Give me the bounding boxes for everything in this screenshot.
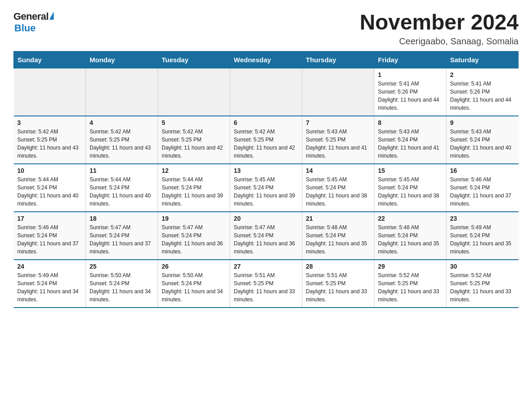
calendar-week-row: 10Sunrise: 5:44 AMSunset: 5:24 PMDayligh… — [14, 164, 519, 212]
location-text: Ceerigaabo, Sanaag, Somalia — [360, 36, 519, 47]
calendar-cell: 11Sunrise: 5:44 AMSunset: 5:24 PMDayligh… — [86, 164, 158, 212]
logo: General Blue — [13, 11, 54, 34]
day-number: 23 — [450, 215, 515, 222]
day-info: Sunrise: 5:51 AMSunset: 5:25 PMDaylight:… — [234, 271, 298, 304]
day-number: 14 — [306, 167, 370, 174]
calendar-cell: 27Sunrise: 5:51 AMSunset: 5:25 PMDayligh… — [230, 260, 302, 308]
calendar-week-row: 17Sunrise: 5:46 AMSunset: 5:24 PMDayligh… — [14, 212, 519, 260]
day-info: Sunrise: 5:49 AMSunset: 5:24 PMDaylight:… — [450, 223, 515, 256]
calendar-cell: 4Sunrise: 5:42 AMSunset: 5:25 PMDaylight… — [86, 116, 158, 164]
day-info: Sunrise: 5:48 AMSunset: 5:24 PMDaylight:… — [378, 223, 442, 256]
calendar-cell: 18Sunrise: 5:47 AMSunset: 5:24 PMDayligh… — [86, 212, 158, 260]
day-info: Sunrise: 5:44 AMSunset: 5:24 PMDaylight:… — [17, 176, 82, 208]
day-number: 19 — [162, 215, 226, 222]
day-number: 17 — [17, 215, 82, 222]
calendar-cell: 10Sunrise: 5:44 AMSunset: 5:24 PMDayligh… — [14, 164, 86, 212]
day-number: 11 — [90, 167, 154, 174]
day-number: 22 — [378, 215, 442, 222]
calendar-cell — [158, 68, 230, 116]
month-title: November 2024 — [360, 11, 519, 34]
day-info: Sunrise: 5:50 AMSunset: 5:24 PMDaylight:… — [90, 271, 154, 304]
calendar-cell: 17Sunrise: 5:46 AMSunset: 5:24 PMDayligh… — [14, 212, 86, 260]
day-info: Sunrise: 5:47 AMSunset: 5:24 PMDaylight:… — [234, 223, 298, 256]
calendar-cell — [302, 68, 374, 116]
calendar-week-row: 1Sunrise: 5:41 AMSunset: 5:26 PMDaylight… — [14, 68, 519, 116]
calendar-cell: 14Sunrise: 5:45 AMSunset: 5:24 PMDayligh… — [302, 164, 374, 212]
day-number: 4 — [90, 119, 154, 126]
calendar-cell: 30Sunrise: 5:52 AMSunset: 5:25 PMDayligh… — [446, 260, 519, 308]
day-number: 26 — [162, 263, 226, 270]
day-info: Sunrise: 5:52 AMSunset: 5:25 PMDaylight:… — [450, 271, 515, 304]
calendar-cell: 24Sunrise: 5:49 AMSunset: 5:24 PMDayligh… — [14, 260, 86, 308]
calendar-week-row: 3Sunrise: 5:42 AMSunset: 5:25 PMDaylight… — [14, 116, 519, 164]
day-number: 5 — [162, 119, 226, 126]
calendar-cell: 20Sunrise: 5:47 AMSunset: 5:24 PMDayligh… — [230, 212, 302, 260]
calendar-cell: 6Sunrise: 5:42 AMSunset: 5:25 PMDaylight… — [230, 116, 302, 164]
day-info: Sunrise: 5:41 AMSunset: 5:26 PMDaylight:… — [450, 80, 515, 112]
day-info: Sunrise: 5:43 AMSunset: 5:24 PMDaylight:… — [450, 128, 515, 160]
day-info: Sunrise: 5:50 AMSunset: 5:24 PMDaylight:… — [162, 271, 226, 304]
day-info: Sunrise: 5:42 AMSunset: 5:25 PMDaylight:… — [17, 128, 82, 160]
logo-blue-text: Blue — [14, 22, 36, 34]
day-of-week-header: Saturday — [446, 51, 519, 68]
calendar-cell: 12Sunrise: 5:44 AMSunset: 5:24 PMDayligh… — [158, 164, 230, 212]
title-block: November 2024 Ceerigaabo, Sanaag, Somali… — [360, 11, 519, 47]
day-number: 21 — [306, 215, 370, 222]
calendar-cell: 23Sunrise: 5:49 AMSunset: 5:24 PMDayligh… — [446, 212, 519, 260]
calendar-cell: 25Sunrise: 5:50 AMSunset: 5:24 PMDayligh… — [86, 260, 158, 308]
calendar-cell: 16Sunrise: 5:46 AMSunset: 5:24 PMDayligh… — [446, 164, 519, 212]
calendar-cell: 1Sunrise: 5:41 AMSunset: 5:26 PMDaylight… — [374, 68, 446, 116]
page-header: General Blue November 2024 Ceerigaabo, S… — [13, 11, 519, 47]
day-number: 27 — [234, 263, 298, 270]
calendar-cell: 3Sunrise: 5:42 AMSunset: 5:25 PMDaylight… — [14, 116, 86, 164]
day-number: 2 — [450, 71, 515, 78]
day-info: Sunrise: 5:43 AMSunset: 5:25 PMDaylight:… — [306, 128, 370, 160]
day-number: 24 — [17, 263, 82, 270]
day-info: Sunrise: 5:44 AMSunset: 5:24 PMDaylight:… — [162, 176, 226, 208]
calendar-cell: 7Sunrise: 5:43 AMSunset: 5:25 PMDaylight… — [302, 116, 374, 164]
calendar-cell: 9Sunrise: 5:43 AMSunset: 5:24 PMDaylight… — [446, 116, 519, 164]
day-info: Sunrise: 5:41 AMSunset: 5:26 PMDaylight:… — [378, 80, 442, 112]
day-number: 7 — [306, 119, 370, 126]
calendar-cell: 19Sunrise: 5:47 AMSunset: 5:24 PMDayligh… — [158, 212, 230, 260]
day-info: Sunrise: 5:43 AMSunset: 5:24 PMDaylight:… — [378, 128, 442, 160]
day-of-week-header: Tuesday — [158, 51, 230, 68]
day-info: Sunrise: 5:48 AMSunset: 5:24 PMDaylight:… — [306, 223, 370, 256]
day-info: Sunrise: 5:46 AMSunset: 5:24 PMDaylight:… — [17, 223, 82, 256]
day-of-week-header: Sunday — [14, 51, 86, 68]
day-info: Sunrise: 5:42 AMSunset: 5:25 PMDaylight:… — [90, 128, 154, 160]
day-of-week-header: Monday — [86, 51, 158, 68]
day-info: Sunrise: 5:42 AMSunset: 5:25 PMDaylight:… — [234, 128, 298, 160]
day-info: Sunrise: 5:46 AMSunset: 5:24 PMDaylight:… — [450, 176, 515, 208]
calendar-cell: 26Sunrise: 5:50 AMSunset: 5:24 PMDayligh… — [158, 260, 230, 308]
day-number: 1 — [378, 71, 442, 78]
calendar-header-row: SundayMondayTuesdayWednesdayThursdayFrid… — [14, 51, 519, 68]
calendar-week-row: 24Sunrise: 5:49 AMSunset: 5:24 PMDayligh… — [14, 260, 519, 308]
calendar-cell: 13Sunrise: 5:45 AMSunset: 5:24 PMDayligh… — [230, 164, 302, 212]
day-number: 30 — [450, 263, 515, 270]
day-number: 12 — [162, 167, 226, 174]
day-info: Sunrise: 5:45 AMSunset: 5:24 PMDaylight:… — [234, 176, 298, 208]
day-number: 29 — [378, 263, 442, 270]
day-of-week-header: Thursday — [302, 51, 374, 68]
day-number: 20 — [234, 215, 298, 222]
day-number: 15 — [378, 167, 442, 174]
day-number: 3 — [17, 119, 82, 126]
calendar-cell: 28Sunrise: 5:51 AMSunset: 5:25 PMDayligh… — [302, 260, 374, 308]
day-number: 28 — [306, 263, 370, 270]
calendar-cell: 29Sunrise: 5:52 AMSunset: 5:25 PMDayligh… — [374, 260, 446, 308]
logo-general-text: General — [13, 11, 48, 22]
calendar-cell: 22Sunrise: 5:48 AMSunset: 5:24 PMDayligh… — [374, 212, 446, 260]
calendar-cell: 2Sunrise: 5:41 AMSunset: 5:26 PMDaylight… — [446, 68, 519, 116]
day-info: Sunrise: 5:49 AMSunset: 5:24 PMDaylight:… — [17, 271, 82, 304]
day-info: Sunrise: 5:45 AMSunset: 5:24 PMDaylight:… — [378, 176, 442, 208]
day-of-week-header: Wednesday — [230, 51, 302, 68]
day-number: 16 — [450, 167, 515, 174]
day-info: Sunrise: 5:52 AMSunset: 5:25 PMDaylight:… — [378, 271, 442, 304]
calendar-cell: 5Sunrise: 5:42 AMSunset: 5:25 PMDaylight… — [158, 116, 230, 164]
day-number: 9 — [450, 119, 515, 126]
day-number: 10 — [17, 167, 82, 174]
calendar-cell — [86, 68, 158, 116]
calendar-cell: 8Sunrise: 5:43 AMSunset: 5:24 PMDaylight… — [374, 116, 446, 164]
day-info: Sunrise: 5:47 AMSunset: 5:24 PMDaylight:… — [90, 223, 154, 256]
